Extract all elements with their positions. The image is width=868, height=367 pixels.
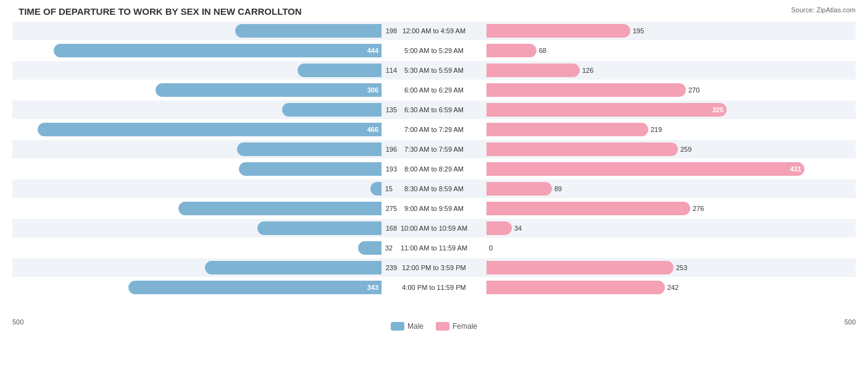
female-value: 195 bbox=[633, 27, 644, 35]
female-value: 219 bbox=[651, 126, 662, 133]
chart-row: 1938:00 AM to 8:29 AM431 bbox=[12, 160, 856, 178]
chart-row: 23912:00 PM to 3:59 PM253 bbox=[12, 258, 856, 277]
time-label: 9:00 AM to 9:59 AM bbox=[382, 205, 486, 212]
chart-row: 3066:00 AM to 6:29 AM270 bbox=[12, 81, 856, 99]
chart-row: 1145:30 AM to 5:59 AM126 bbox=[12, 61, 856, 80]
axis-left-label: 500 bbox=[12, 318, 23, 331]
legend-female-swatch bbox=[436, 322, 449, 331]
chart-row: 158:30 AM to 8:59 AM89 bbox=[12, 179, 856, 198]
time-label: 12:00 PM to 3:59 PM bbox=[382, 264, 486, 271]
male-bar: 306 bbox=[156, 83, 382, 97]
male-bar: 168 bbox=[257, 221, 382, 235]
time-label: 6:00 AM to 6:29 AM bbox=[382, 86, 486, 94]
female-value: 270 bbox=[688, 86, 699, 94]
time-label: 8:30 AM to 8:59 AM bbox=[382, 185, 486, 192]
chart-row: 3211:00 AM to 11:59 AM0 bbox=[12, 239, 856, 257]
legend-female: Female bbox=[436, 322, 477, 331]
male-bar: 343 bbox=[128, 281, 382, 294]
legend-male-label: Male bbox=[407, 322, 424, 331]
legend-female-label: Female bbox=[453, 322, 477, 331]
female-bar: 68 bbox=[486, 44, 536, 57]
female-value: 276 bbox=[693, 205, 704, 212]
male-bar: 444 bbox=[54, 44, 382, 57]
time-label: 6:30 AM to 6:59 AM bbox=[382, 106, 486, 113]
legend: Male Female bbox=[391, 322, 477, 331]
female-bar: 270 bbox=[486, 83, 686, 97]
chart-title: TIME OF DEPARTURE TO WORK BY SEX IN NEW … bbox=[12, 6, 856, 17]
female-value: 259 bbox=[680, 146, 691, 153]
male-bar: 198 bbox=[235, 24, 382, 38]
male-bar: 135 bbox=[282, 103, 382, 117]
female-value: 325 bbox=[712, 106, 724, 113]
female-bar: 195 bbox=[486, 24, 630, 38]
chart-container: TIME OF DEPARTURE TO WORK BY SEX IN NEW … bbox=[0, 0, 868, 367]
female-bar: 34 bbox=[486, 221, 512, 235]
female-value: 242 bbox=[667, 284, 678, 291]
legend-male: Male bbox=[391, 322, 424, 331]
female-value: 126 bbox=[582, 67, 593, 74]
male-value: 343 bbox=[367, 284, 378, 291]
female-bar: 89 bbox=[486, 182, 552, 196]
time-label: 10:00 AM to 10:59 AM bbox=[382, 225, 486, 232]
female-value: 68 bbox=[539, 47, 546, 54]
time-label: 5:00 AM to 5:29 AM bbox=[382, 47, 486, 54]
female-bar: 253 bbox=[486, 261, 674, 274]
female-bar: 126 bbox=[486, 64, 580, 77]
female-value: 89 bbox=[554, 185, 562, 192]
male-bar: 15 bbox=[370, 182, 382, 196]
female-value: 431 bbox=[790, 165, 801, 173]
male-bar: 114 bbox=[298, 64, 382, 77]
time-label: 8:00 AM to 8:29 AM bbox=[382, 165, 486, 173]
male-bar: 275 bbox=[178, 202, 382, 215]
source-text: Source: ZipAtlas.com bbox=[791, 6, 856, 14]
chart-row: 1967:30 AM to 7:59 AM259 bbox=[12, 140, 856, 159]
male-bar: 466 bbox=[38, 123, 382, 136]
axis-right-label: 500 bbox=[845, 318, 856, 331]
female-bar: 325 bbox=[486, 103, 727, 117]
male-value: 444 bbox=[367, 47, 378, 54]
time-label: 5:30 AM to 5:59 AM bbox=[382, 67, 486, 74]
chart-row: 1356:30 AM to 6:59 AM325 bbox=[12, 101, 856, 119]
time-label: 7:00 AM to 7:29 AM bbox=[382, 126, 486, 133]
time-label: 4:00 PM to 11:59 PM bbox=[382, 284, 486, 291]
female-bar: 242 bbox=[486, 281, 665, 294]
male-value: 306 bbox=[367, 86, 378, 94]
chart-row: 16810:00 AM to 10:59 AM34 bbox=[12, 219, 856, 237]
chart-rows: 19812:00 AM to 4:59 AM1954445:00 AM to 5… bbox=[12, 22, 856, 315]
chart-row: 4667:00 AM to 7:29 AM219 bbox=[12, 120, 856, 139]
female-bar: 259 bbox=[486, 142, 678, 156]
female-value: 34 bbox=[514, 225, 522, 232]
female-value: 0 bbox=[489, 244, 493, 252]
time-label: 7:30 AM to 7:59 AM bbox=[382, 146, 486, 153]
female-value: 253 bbox=[676, 264, 687, 271]
time-label: 11:00 AM to 11:59 AM bbox=[382, 244, 486, 252]
male-bar: 32 bbox=[358, 241, 382, 255]
chart-row: 19812:00 AM to 4:59 AM195 bbox=[12, 22, 856, 40]
female-bar: 431 bbox=[486, 162, 804, 176]
female-bar: 276 bbox=[486, 202, 690, 215]
male-bar: 193 bbox=[239, 162, 382, 176]
male-bar: 196 bbox=[237, 142, 382, 156]
male-bar: 239 bbox=[205, 261, 382, 274]
legend-male-swatch bbox=[391, 322, 404, 331]
chart-row: 4445:00 AM to 5:29 AM68 bbox=[12, 41, 856, 60]
chart-row: 3434:00 PM to 11:59 PM242 bbox=[12, 278, 856, 297]
time-label: 12:00 AM to 4:59 AM bbox=[382, 27, 486, 35]
chart-row: 2759:00 AM to 9:59 AM276 bbox=[12, 199, 856, 218]
female-bar: 219 bbox=[486, 123, 648, 136]
male-value: 466 bbox=[367, 126, 378, 133]
